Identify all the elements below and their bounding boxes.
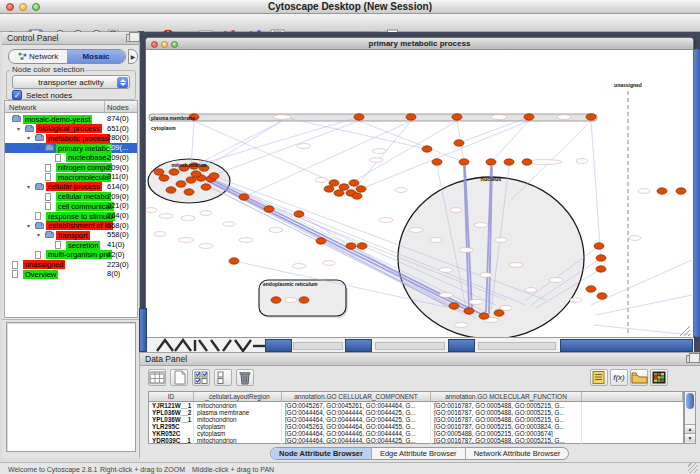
network-name: multi-organism pro xyxy=(46,250,112,259)
node-label-chip xyxy=(439,268,453,273)
node-color-combobox[interactable]: transporter activity xyxy=(12,75,130,89)
frame-close-button[interactable] xyxy=(151,41,158,48)
tree-row[interactable]: nucleobase-209(0) xyxy=(5,153,137,163)
graph-node xyxy=(176,181,186,187)
tree-row[interactable]: mosaic-demo-yeast874(0) xyxy=(5,114,137,124)
tree-row[interactable]: unassigned223(0) xyxy=(5,260,137,270)
select-nodes-checkbox[interactable]: ✓ xyxy=(12,90,22,100)
function-builder-icon[interactable]: f(x) xyxy=(610,369,628,386)
tree-row[interactable]: cellular metabo209(0) xyxy=(5,192,137,202)
tree-row[interactable]: secretion41(0) xyxy=(5,240,137,250)
tree-row[interactable]: ▾metabolic process280(0) xyxy=(5,133,137,143)
new-attribute-icon[interactable] xyxy=(170,369,188,386)
edge xyxy=(596,295,692,315)
tree-row[interactable]: ▾biological_process651(0) xyxy=(5,124,137,134)
table-row[interactable]: YLR295Ccytoplasm[GO:0045263, GO:0044464,… xyxy=(149,423,683,430)
table-cell: [GO:0016787, GO:0005488, GO:0005215, G..… xyxy=(431,437,582,444)
matrix-icon[interactable] xyxy=(650,369,668,386)
table-row[interactable]: YKR052Ccytoplasm[GO:0044464, GO:0044446,… xyxy=(149,430,683,437)
float-panel-icon[interactable] xyxy=(126,34,135,42)
tree-row[interactable]: ▾primary metabo209(... xyxy=(5,143,137,153)
graph-node xyxy=(339,184,349,190)
squeezed-frame-titlebar[interactable] xyxy=(560,339,693,352)
maximize-button[interactable] xyxy=(32,3,40,11)
column-header[interactable]: annotation.GO CELLULAR_COMPONENT xyxy=(282,392,431,402)
table-scrollbar[interactable]: ▲ ▼ xyxy=(684,391,696,444)
network-frame-titlebar[interactable]: primary metabolic process xyxy=(146,38,693,50)
table-row[interactable]: YJR121W__1mitochondrion[GO:0045267, GO:0… xyxy=(149,402,683,409)
scroll-down-button[interactable]: ▼ xyxy=(685,433,695,442)
more-tabs-button[interactable]: ▶ xyxy=(128,49,138,64)
edge xyxy=(591,121,601,258)
doc-icon xyxy=(45,193,51,201)
column-header[interactable]: ID xyxy=(149,392,194,402)
tree-row[interactable]: multi-organism pro42(0) xyxy=(5,250,137,260)
tree-row[interactable]: macromolecule311(0) xyxy=(5,172,137,182)
table-cell: YJR121W__1 xyxy=(149,402,194,409)
network-canvas[interactable]: plasma membranecytoplasmmitochondrionnuc… xyxy=(146,50,693,338)
unselect-attributes-icon[interactable] xyxy=(214,369,232,386)
tree-row[interactable]: Overview8(0) xyxy=(5,269,137,279)
tree-row[interactable]: ▾establishment of lo558(0) xyxy=(5,221,137,231)
desktop-vertical-scrollbar[interactable] xyxy=(694,49,700,337)
table-row[interactable]: YPL036W__2plasma membrane[GO:0044464, GO… xyxy=(149,409,683,416)
network-name: nucleobase- xyxy=(66,153,111,162)
table-cell: cytoplasm xyxy=(194,430,282,437)
graph-node xyxy=(422,146,432,152)
import-attributes-icon[interactable] xyxy=(630,369,648,386)
edge xyxy=(594,325,692,335)
tree-row[interactable]: ▾transport558(0) xyxy=(5,230,137,240)
frame-maximize-button[interactable] xyxy=(171,41,178,48)
birds-eye-view[interactable] xyxy=(6,322,136,452)
tab-mosaic[interactable]: Mosaic xyxy=(67,50,125,63)
table-cell: [GO:0045267, GO:0045261, GO:0044464, G..… xyxy=(282,402,431,409)
tree-row[interactable]: response to stimulu264(0) xyxy=(5,211,137,221)
window-resize-grip[interactable] xyxy=(688,463,698,473)
tab-edge-attribute-browser[interactable]: Edge Attribute Browser xyxy=(372,448,466,459)
node-label-chip xyxy=(372,149,386,154)
tree-header[interactable]: Network Nodes xyxy=(5,101,137,113)
delete-attribute-icon[interactable] xyxy=(236,369,254,386)
scrollbar-thumb[interactable] xyxy=(686,393,694,409)
frame-minimize-button[interactable] xyxy=(161,41,168,48)
float-panel-icon[interactable] xyxy=(686,355,695,363)
column-header[interactable]: annotation.GO MOLECULAR_FUNCTION xyxy=(431,392,582,402)
tree-row[interactable]: ▾cellular process614(0) xyxy=(5,182,137,192)
squeezed-frame-titlebar[interactable] xyxy=(265,339,292,352)
tree-row[interactable]: nitrogen compo209(0) xyxy=(5,163,137,173)
minimize-button[interactable] xyxy=(19,3,27,11)
node-label-chip xyxy=(200,211,212,216)
folder-icon xyxy=(25,126,34,132)
graph-node xyxy=(201,184,211,190)
select-attributes-icon[interactable] xyxy=(192,369,210,386)
panel-splitter[interactable] xyxy=(2,319,140,320)
close-button[interactable] xyxy=(6,3,14,11)
graph-node xyxy=(586,114,596,120)
scroll-up-button[interactable]: ▲ xyxy=(685,424,695,433)
tree-row[interactable]: cell communicat221(0) xyxy=(5,201,137,211)
squeezed-frame-titlebar[interactable] xyxy=(448,339,475,352)
attribute-table[interactable]: ID_cellularLayoutRegionannotation.GO CEL… xyxy=(148,391,684,444)
network-name: primary metabo xyxy=(56,144,112,153)
column-header[interactable]: _cellularLayoutRegion xyxy=(194,392,282,402)
attribute-table-icon[interactable] xyxy=(148,369,166,386)
graph-node xyxy=(356,186,366,192)
squeezed-frame-vertical[interactable] xyxy=(139,308,147,352)
node-label-chip xyxy=(480,273,492,278)
table-row[interactable]: YDR039C__1mitochondrion[GO:0044464, GO:0… xyxy=(149,437,683,444)
attribute-list-icon[interactable] xyxy=(590,369,608,386)
squeezed-frame-titlebar[interactable] xyxy=(345,339,372,352)
node-label-chip xyxy=(450,208,462,213)
tab-network[interactable]: Network xyxy=(9,50,67,63)
table-row[interactable]: YPL036W__1mitochondrion[GO:0044464, GO:0… xyxy=(149,416,683,423)
network-frame: primary metabolic process plasma membran… xyxy=(145,37,694,337)
tab-network-attribute-browser[interactable]: Network Attribute Browser xyxy=(466,448,569,459)
graph-node xyxy=(504,159,514,165)
node-label-chip xyxy=(269,228,283,233)
control-panel: Control Panel Network Mosaic ▶ Node colo… xyxy=(2,32,140,458)
table-cell: [GO:0016787, GO:0005215, GO:0003824, G..… xyxy=(431,423,582,430)
node-label-chip xyxy=(395,188,407,193)
tab-node-attribute-browser[interactable]: Node Attribute Browser xyxy=(271,448,372,459)
node-label-chip xyxy=(146,208,157,213)
network-frame-title: primary metabolic process xyxy=(146,38,693,50)
